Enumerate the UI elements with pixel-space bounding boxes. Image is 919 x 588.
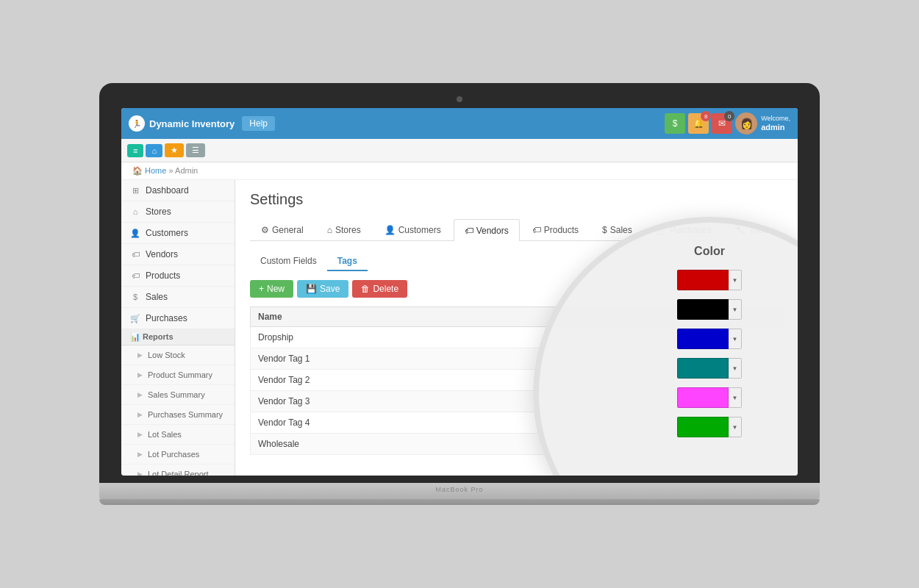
reports-icon: 📊 — [130, 332, 140, 341]
sidebar-label-vendors: Vendors — [146, 249, 178, 259]
tab-vendors[interactable]: 🏷 Vendors — [454, 219, 520, 241]
swatch-dropdown-1[interactable]: ▼ — [729, 299, 742, 320]
nav-pill-menu[interactable]: ☰ — [186, 143, 205, 157]
nav-pill-star[interactable]: ★ — [165, 143, 184, 157]
vendors-icon: 🏷 — [130, 250, 140, 259]
sidebar-item-lot-detail-report[interactable]: ▶ Lot Detail Report — [121, 465, 235, 476]
save-button[interactable]: 💾 Save — [297, 280, 348, 298]
sidebar-item-purchases[interactable]: 🛒 Purchases — [121, 308, 235, 329]
top-nav-right: $ 🔔 8 ✉ 0 👩 Welcome — [665, 112, 790, 135]
sidebar-label-purchases-summary: Purchases Summary — [148, 410, 223, 419]
swatch-dropdown-3[interactable]: ▼ — [729, 358, 742, 379]
magnifier-swatch-row-3: ▼ — [677, 358, 742, 379]
user-menu[interactable]: 👩 Welcome, admin — [735, 112, 790, 135]
avatar: 👩 — [735, 112, 757, 135]
sidebar-label-products: Products — [146, 270, 180, 281]
sidebar-label-low-stock: Low Stock — [148, 351, 185, 359]
bell-badge: 8 — [701, 111, 711, 121]
sidebar-label-sales-summary: Sales Summary — [148, 390, 205, 399]
color-swatch-teal[interactable] — [677, 358, 729, 379]
dollar-icon: $ — [673, 118, 678, 129]
nav-pill-home[interactable]: ⌂ — [146, 144, 162, 157]
customers-tab-icon: 👤 — [385, 225, 396, 235]
sidebar-item-reports[interactable]: 📊 Reports — [121, 329, 235, 345]
color-swatch-container-5: ▼ — [677, 417, 742, 437]
sidebar-item-vendors[interactable]: 🏷 Vendors — [121, 244, 235, 265]
arrow-icon: ▶ — [137, 431, 143, 438]
swatch-dropdown-4[interactable]: ▼ — [729, 387, 742, 408]
sidebar-item-customers[interactable]: 👤 Customers — [121, 223, 235, 244]
stores-icon: ⌂ — [130, 207, 140, 216]
sidebar-label-stores: Stores — [146, 207, 171, 217]
sidebar-label-purchases: Purchases — [146, 313, 187, 323]
mail-icon-button[interactable]: ✉ 0 — [712, 113, 732, 134]
welcome-label: Welcome, — [761, 115, 790, 123]
products-icon: 🏷 — [130, 271, 140, 280]
swatch-dropdown-0[interactable]: ▼ — [729, 270, 742, 290]
trash-icon: 🗑 — [361, 284, 370, 294]
color-swatch-green[interactable] — [677, 417, 729, 437]
app-logo: 🏃 Dynamic Inventory — [129, 115, 235, 132]
sidebar-item-sales-summary[interactable]: ▶ Sales Summary — [121, 385, 235, 405]
swatch-dropdown-5[interactable]: ▼ — [729, 417, 742, 437]
magnifier-swatch-row-2: ▼ — [677, 329, 742, 349]
color-swatch-container-3: ▼ — [677, 358, 742, 379]
sidebar-item-purchases-summary[interactable]: ▶ Purchases Summary — [121, 405, 235, 425]
color-swatch-blue[interactable] — [677, 329, 729, 349]
arrow-icon: ▶ — [137, 351, 143, 359]
color-swatch-black[interactable] — [677, 299, 729, 320]
stores-tab-icon: ⌂ — [327, 225, 332, 235]
magnifier-swatch-row-0: ▼ — [677, 270, 742, 290]
breadcrumb: 🏠 Home » Admin — [121, 162, 798, 180]
general-icon: ⚙ — [261, 225, 269, 235]
tab-products[interactable]: 🏷 Products — [521, 219, 590, 240]
sales-icon: $ — [130, 293, 140, 301]
help-button[interactable]: Help — [242, 116, 275, 131]
sidebar-label-customers: Customers — [146, 228, 188, 238]
tab-customers[interactable]: 👤 Customers — [373, 219, 452, 240]
main-content: Settings ⚙ General ⌂ Stores — [235, 180, 798, 476]
breadcrumb-home[interactable]: Home — [145, 166, 166, 175]
purchases-icon: 🛒 — [130, 314, 140, 323]
vendors-tab-icon: 🏷 — [465, 226, 473, 236]
swatch-dropdown-2[interactable]: ▼ — [729, 329, 742, 349]
sidebar-item-products[interactable]: 🏷 Products — [121, 265, 235, 287]
sidebar-label-lot-purchases: Lot Purchases — [148, 450, 199, 459]
app-title: Dynamic Inventory — [149, 118, 235, 129]
color-swatch-container-2: ▼ — [677, 329, 742, 349]
arrow-icon: ▶ — [137, 411, 143, 418]
new-button[interactable]: + New — [250, 280, 293, 298]
sidebar-item-low-stock[interactable]: ▶ Low Stock — [121, 345, 235, 365]
nav-pill-list[interactable]: ≡ — [127, 144, 143, 157]
products-tab-icon: 🏷 — [532, 225, 541, 235]
sidebar-label-sales: Sales — [146, 292, 168, 302]
sidebar-item-sales[interactable]: $ Sales — [121, 287, 235, 308]
sidebar-item-lot-sales[interactable]: ▶ Lot Sales — [121, 425, 235, 445]
customers-icon: 👤 — [130, 229, 140, 238]
sidebar-item-stores[interactable]: ⌂ Stores — [121, 201, 235, 223]
dollar-icon-button[interactable]: $ — [665, 113, 685, 134]
logo-icon: 🏃 — [129, 115, 145, 132]
sub-tab-tags[interactable]: Tags — [327, 252, 368, 271]
sub-tab-custom-fields[interactable]: Custom Fields — [250, 252, 327, 271]
tab-general[interactable]: ⚙ General — [250, 219, 315, 240]
color-swatch-container-4: ▼ — [677, 387, 742, 408]
arrow-icon: ▶ — [137, 470, 143, 476]
save-icon: 💾 — [306, 284, 317, 294]
magnifier-swatch-row-5: ▼ — [677, 417, 742, 437]
delete-button[interactable]: 🗑 Delete — [352, 280, 407, 298]
color-swatch-magenta[interactable] — [677, 387, 729, 408]
sidebar-label-lot-detail-report: Lot Detail Report — [148, 470, 209, 476]
color-swatch-container-0: ▼ — [677, 270, 742, 290]
color-swatch-container-1: ▼ — [677, 299, 742, 320]
sidebar-label-dashboard: Dashboard — [146, 185, 189, 196]
tab-stores[interactable]: ⌂ Stores — [316, 219, 372, 240]
sidebar-item-lot-purchases[interactable]: ▶ Lot Purchases — [121, 445, 235, 465]
arrow-icon: ▶ — [137, 451, 143, 458]
sidebar-item-product-summary[interactable]: ▶ Product Summary — [121, 365, 235, 385]
color-swatch-red[interactable] — [677, 270, 729, 290]
sidebar-item-dashboard[interactable]: ⊞ Dashboard — [121, 180, 235, 201]
breadcrumb-separator: » — [168, 166, 173, 175]
bell-icon-button[interactable]: 🔔 8 — [688, 113, 709, 134]
mail-icon: ✉ — [718, 118, 726, 129]
